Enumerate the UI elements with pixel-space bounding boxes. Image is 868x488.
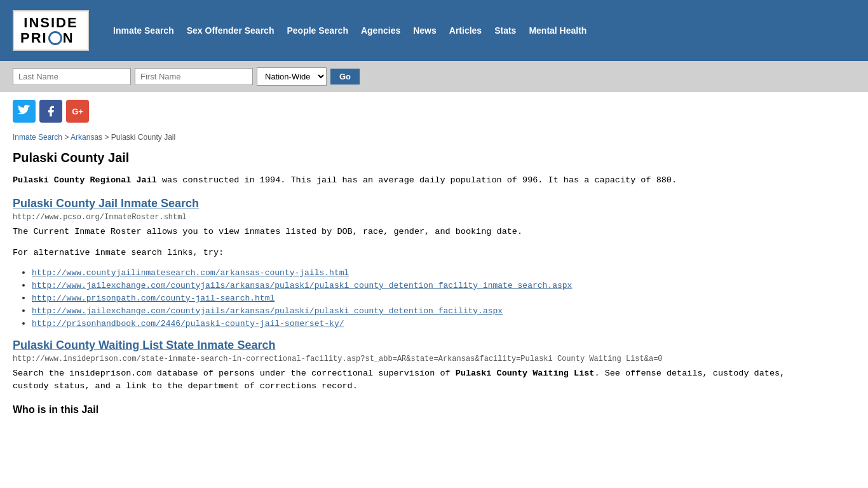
alt-link-1[interactable]: http://www.countyjailinmatesearch.com/ar… [32,268,349,278]
alt-links-intro: For alternative inmate search links, try… [13,247,826,259]
nav-news[interactable]: News [408,23,442,38]
breadcrumb-inmate-search[interactable]: Inmate Search [13,133,62,142]
breadcrumb-arkansas[interactable]: Arkansas [71,133,102,142]
breadcrumb: Inmate Search > Arkansas > Pulaski Count… [13,133,826,142]
go-button[interactable]: Go [330,69,360,85]
breadcrumb-sep1: > [64,133,71,142]
alt-link-4[interactable]: http://www.jailexchange.com/countyjails/… [32,306,503,316]
section2-bold: Pulaski County Waiting List [456,369,595,378]
section2-link[interactable]: Pulaski County Waiting List State Inmate… [13,339,275,351]
alt-link-3[interactable]: http://www.prisonpath.com/county-jail-se… [32,294,275,303]
nav-stats[interactable]: Stats [489,23,521,38]
facebook-button[interactable] [39,100,62,123]
alt-links-list: http://www.countyjailinmatesearch.com/ar… [32,267,826,329]
site-logo[interactable]: INSIDE PRIN [13,10,89,51]
nav-people-search[interactable]: People Search [281,23,353,38]
list-item: http://prisonhandbook.com/2446/pulaski-c… [32,318,826,329]
section2-heading: Pulaski County Waiting List State Inmate… [13,339,826,352]
section1-desc: The Current Inmate Roster allows you to … [13,226,826,238]
section2-url: http://www.insideprison.com/state-inmate… [13,355,826,363]
logo-o-circle [48,31,62,45]
state-dropdown[interactable]: Nation-Wide Arkansas Alabama Alaska Ariz… [257,67,327,86]
nav-inmate-search[interactable]: Inmate Search [108,23,179,38]
section3-heading: Who is in this Jail [13,404,826,416]
breadcrumb-current: Pulaski County Jail [111,133,175,142]
page-title: Pulaski County Jail [13,151,826,165]
nav-sex-offender-search[interactable]: Sex Offender Search [182,23,280,38]
first-name-input[interactable] [135,68,253,85]
intro-bold: Pulaski County Regional Jail [13,175,157,185]
section1-heading: Pulaski County Jail Inmate Search [13,197,826,210]
section2-desc: Search the insideprison.com database of … [13,367,826,393]
twitter-button[interactable] [13,100,36,123]
alt-link-5[interactable]: http://prisonhandbook.com/2446/pulaski-c… [32,319,344,329]
logo-n: N [63,30,74,46]
main-nav: Inmate Search Sex Offender Search People… [108,23,592,38]
section2-desc-before: Search the insideprison.com database of … [13,369,456,378]
nav-articles[interactable]: Articles [444,23,487,38]
logo-i: I [43,30,48,46]
list-item: http://www.jailexchange.com/countyjails/… [32,305,826,316]
alt-link-2[interactable]: http://www.jailexchange.com/countyjails/… [32,281,572,290]
breadcrumb-sep2: > [104,133,111,142]
logo-p: P [20,30,31,46]
google-plus-button[interactable]: G+ [66,100,89,123]
site-header: INSIDE PRIN Inmate Search Sex Offender S… [0,0,868,61]
intro-text: was constructed in 1994. This jail has a… [157,175,677,185]
logo-r: R [31,30,43,46]
intro-paragraph: Pulaski County Regional Jail was constru… [13,174,826,187]
section1-url: http://www.pcso.org/InmateRoster.shtml [13,213,826,222]
list-item: http://www.jailexchange.com/countyjails/… [32,280,826,290]
social-bar: G+ [0,92,868,130]
list-item: http://www.prisonpath.com/county-jail-se… [32,292,826,303]
section1-link[interactable]: Pulaski County Jail Inmate Search [13,197,199,210]
logo-inside-text: INSIDE [20,15,81,30]
last-name-input[interactable] [13,68,131,85]
nav-mental-health[interactable]: Mental Health [524,23,592,38]
search-bar: Nation-Wide Arkansas Alabama Alaska Ariz… [0,61,868,92]
main-content: Inmate Search > Arkansas > Pulaski Count… [0,130,839,435]
logo-prison-text: PRIN [20,30,81,46]
list-item: http://www.countyjailinmatesearch.com/ar… [32,267,826,278]
nav-agencies[interactable]: Agencies [356,23,405,38]
